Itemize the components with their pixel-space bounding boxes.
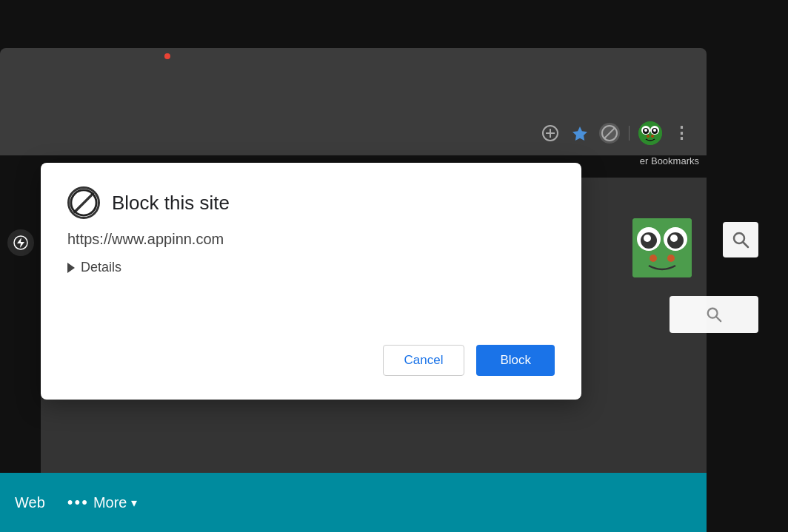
svg-line-31 [74, 193, 94, 213]
block-site-icon[interactable] [599, 123, 620, 144]
bookmark-star-icon[interactable] [570, 123, 590, 144]
modal-details-row[interactable]: Details [67, 260, 555, 275]
block-icon [67, 186, 100, 219]
svg-marker-3 [572, 127, 587, 141]
user-avatar[interactable] [638, 121, 662, 145]
bookmarks-bar: er Bookmarks [640, 155, 699, 166]
toolbar-divider [629, 126, 630, 141]
modal-url: https://www.appinn.com [67, 231, 555, 248]
svg-rect-6 [638, 121, 662, 145]
search-icon-button[interactable] [723, 222, 758, 257]
details-label: Details [81, 260, 121, 275]
modal-title-row: Block this site [67, 186, 555, 219]
more-dots-icon: ••• [67, 493, 89, 512]
add-tab-icon[interactable] [540, 123, 561, 144]
sidebar-lightning-icon[interactable] [7, 229, 34, 256]
details-triangle-icon [67, 263, 75, 273]
svg-point-14 [651, 135, 654, 138]
more-menu-icon[interactable]: ⋮ [671, 123, 692, 144]
modal-buttons: Cancel Block [67, 345, 555, 376]
svg-line-5 [604, 128, 615, 138]
svg-point-11 [644, 129, 647, 132]
svg-point-13 [647, 135, 650, 138]
svg-point-12 [653, 129, 656, 132]
modal-dialog: Block this site https://www.appinn.com D… [41, 163, 581, 400]
svg-line-27 [743, 242, 748, 247]
red-dot [164, 53, 170, 59]
svg-marker-16 [17, 238, 24, 248]
cancel-button[interactable]: Cancel [383, 345, 465, 376]
more-button[interactable]: ••• More ▾ [67, 493, 138, 512]
modal-overlay: Block this site https://www.appinn.com D… [41, 163, 581, 400]
block-button[interactable]: Block [476, 345, 555, 376]
chevron-down-icon: ▾ [131, 496, 137, 510]
web-tab-label[interactable]: Web [15, 494, 45, 511]
modal-title: Block this site [112, 192, 230, 215]
bottom-bar: Web ••• More ▾ [0, 473, 707, 532]
svg-line-29 [716, 317, 721, 321]
toolbar: ⋮ [0, 115, 707, 152]
more-label: More [93, 494, 127, 511]
